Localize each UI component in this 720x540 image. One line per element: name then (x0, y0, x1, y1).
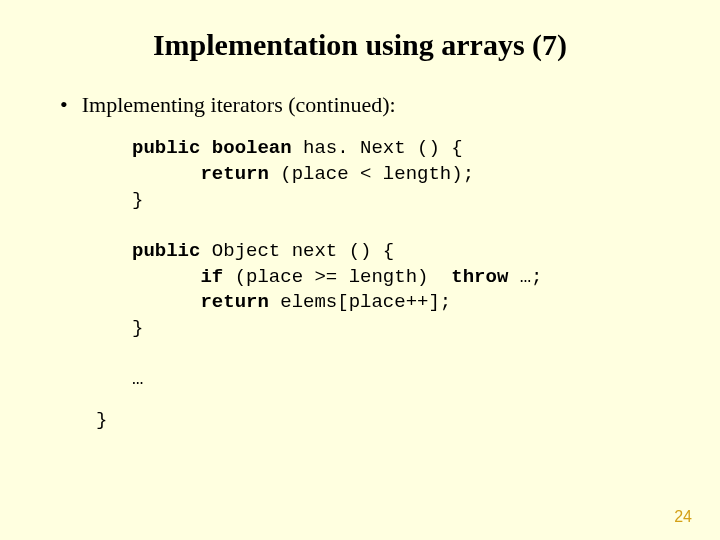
page-number: 24 (674, 508, 692, 526)
code-text (132, 266, 200, 288)
closing-brace: } (96, 409, 666, 431)
keyword-throw: throw (451, 266, 508, 288)
code-text: } (132, 189, 143, 211)
slide-title: Implementation using arrays (7) (54, 28, 666, 62)
keyword-if: if (200, 266, 223, 288)
code-text: … (132, 368, 143, 390)
bullet-dot: • (60, 92, 68, 118)
keyword-public: public (132, 137, 200, 159)
code-text: …; (508, 266, 542, 288)
slide: Implementation using arrays (7) • Implem… (0, 0, 720, 540)
bullet-text: Implementing iterators (continued): (82, 92, 396, 118)
code-text (132, 291, 200, 313)
code-text (132, 163, 200, 185)
keyword-boolean: boolean (212, 137, 292, 159)
code-text: Object next () { (200, 240, 394, 262)
keyword-public: public (132, 240, 200, 262)
bullet-item: • Implementing iterators (continued): (60, 92, 666, 118)
code-text: (place >= length) (223, 266, 451, 288)
code-text: elems[place++]; (269, 291, 451, 313)
keyword-return: return (200, 291, 268, 313)
code-text: } (132, 317, 143, 339)
code-text (200, 137, 211, 159)
code-text: has. Next () { (292, 137, 463, 159)
keyword-return: return (200, 163, 268, 185)
code-block: public boolean has. Next () { return (pl… (132, 136, 666, 392)
code-text: (place < length); (269, 163, 474, 185)
